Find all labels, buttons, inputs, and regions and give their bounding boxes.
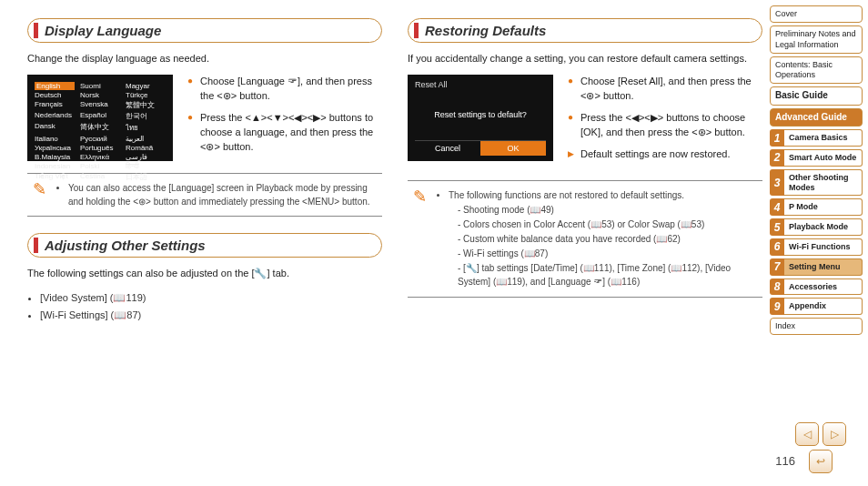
sidebar-label: Camera Basics (784, 129, 863, 147)
restore-instructions: Reset All Reset settings to default? Can… (408, 75, 762, 169)
note-list: You can also access the [Language] scree… (56, 181, 377, 208)
language-option: 简体中文 (80, 122, 120, 134)
sidebar-advanced-guide[interactable]: Advanced Guide (770, 108, 863, 127)
language-option: Română (126, 144, 166, 152)
language-option: Svenska (80, 100, 120, 110)
language-option: Indonesian (35, 162, 75, 171)
sidebar-num: 5 (770, 218, 784, 236)
sidebar-basic-guide[interactable]: Basic Guide (770, 86, 863, 106)
footer-nav: ◁ ▷ ↩ (795, 422, 846, 473)
adjusting-settings-intro: The following settings can also be adjus… (27, 267, 382, 280)
language-option: Deutsch (35, 91, 75, 99)
sidebar-item[interactable]: Cover (770, 5, 863, 23)
sidebar-sub-item[interactable]: 4P Mode (770, 198, 863, 216)
step-result: Default settings are now restored. (568, 147, 762, 162)
page-number: 116 (775, 454, 795, 468)
display-language-intro: Change the display language as needed. (27, 52, 382, 66)
sidebar-label: Setting Menu (784, 258, 863, 276)
sidebar-label: Other Shooting Modes (784, 169, 863, 197)
language-option: Português (80, 144, 120, 152)
note-sub-item: - Custom white balance data you have rec… (458, 232, 757, 246)
step-item: Choose [Language 🖙], and then press the … (187, 75, 382, 104)
language-option: Italiano (35, 135, 75, 143)
pencil-icon: ✎ (413, 188, 427, 289)
language-option: हिन्दी (126, 162, 166, 171)
language-option: العربية (126, 135, 166, 143)
reset-buttons: Cancel OK (415, 140, 546, 156)
note-sub-item: - [🔧] tab settings [Date/Time] (📖111), [… (458, 261, 757, 289)
language-option: English (35, 82, 75, 90)
back-button[interactable]: ↩ (809, 450, 833, 473)
sidebar-sub-item[interactable]: 8Accessories (770, 278, 863, 296)
note-lead: The following functions are not restored… (449, 188, 757, 289)
language-option: Türkçe (126, 91, 166, 99)
sidebar-index[interactable]: Index (770, 318, 863, 335)
note-sub-list: - Shooting mode (📖49)- Colors chosen in … (449, 203, 757, 289)
sidebar-num: 1 (770, 129, 784, 147)
adjust-list: [Video System] (📖119)[Wi-Fi Settings] (📖… (27, 289, 382, 323)
pencil-icon: ✎ (33, 181, 46, 208)
sidebar-sub-item[interactable]: 7Setting Menu (770, 258, 863, 276)
note-list: The following functions are not restored… (436, 188, 757, 289)
language-option: Dansk (35, 122, 75, 134)
sidebar-num: 9 (770, 298, 784, 315)
sidebar-num: 8 (770, 278, 784, 296)
language-option: 繁體中文 (126, 100, 166, 110)
language-option: Español (80, 111, 120, 121)
sidebar-num: 4 (770, 198, 784, 216)
ok-label: OK (480, 141, 546, 156)
sidebar-sub-item[interactable]: 2Smart Auto Mode (770, 149, 863, 167)
language-option: B.Malaysia (35, 153, 75, 161)
sidebar-num: 2 (770, 149, 784, 167)
note-text: You can also access the [Language] scree… (68, 181, 377, 208)
language-option: Українська (35, 144, 75, 152)
section-title: Adjusting Other Settings (45, 238, 370, 253)
sidebar-item[interactable]: Contents: Basic Operations (770, 56, 863, 85)
language-option: Magyar (126, 82, 166, 90)
note-sub-item: - Colors chosen in Color Accent (📖53) or… (458, 218, 757, 231)
adjusting-settings-header: Adjusting Other Settings (27, 233, 382, 258)
step-item: Press the <◀><▶> buttons to choose [OK],… (568, 111, 762, 140)
sidebar-label: Wi-Fi Functions (784, 238, 863, 256)
left-column: Display Language Change the display lang… (27, 18, 382, 477)
next-page-button[interactable]: ▷ (823, 422, 846, 446)
sidebar-label: Playback Mode (784, 218, 863, 236)
sidebar-label: Appendix (784, 298, 863, 315)
reset-title: Reset All (415, 80, 546, 89)
sidebar-sub-item[interactable]: 9Appendix (770, 298, 863, 315)
display-language-instructions: EnglishSuomiMagyarDeutschNorskTürkçeFran… (27, 75, 382, 162)
adjust-item: [Wi-Fi Settings] (📖87) (40, 307, 382, 324)
step-item: Press the <▲><▼><◀><▶> buttons to choose… (187, 111, 382, 155)
prev-page-button[interactable]: ◁ (795, 422, 819, 446)
language-option: Русский (80, 135, 120, 143)
adjust-item: [Video System] (📖119) (40, 289, 382, 307)
right-column: Restoring Defaults If you accidentally c… (408, 18, 762, 477)
language-option: Nederlands (35, 111, 75, 121)
note-lead-text: The following functions are not restored… (449, 190, 684, 200)
language-option: Ελληνικά (80, 153, 120, 161)
section-title: Display Language (45, 23, 370, 38)
sidebar-label: P Mode (784, 198, 863, 216)
sidebar-num: 7 (770, 258, 784, 276)
language-option: Norsk (80, 91, 120, 99)
cancel-label: Cancel (415, 141, 480, 156)
display-language-steps: Choose [Language 🖙], and then press the … (187, 75, 382, 162)
sidebar-sub-item[interactable]: 1Camera Basics (770, 129, 863, 147)
sidebar-label: Accessories (784, 278, 863, 296)
language-option: ไทย (126, 122, 166, 134)
language-option: Français (35, 100, 75, 110)
display-language-header: Display Language (27, 18, 382, 43)
manual-page: Display Language Change the display lang… (0, 0, 868, 486)
reset-message: Reset settings to default? (415, 110, 546, 119)
note-sub-item: - Wi-Fi settings (📖87) (458, 247, 757, 260)
sidebar-sub-item[interactable]: 6Wi-Fi Functions (770, 238, 863, 256)
sidebar-sub-item[interactable]: 3Other Shooting Modes (770, 169, 863, 197)
language-option: Polski (80, 162, 120, 171)
note-sub-item: - Shooting mode (📖49) (458, 203, 757, 217)
sidebar-nav: CoverPreliminary Notes and Legal Informa… (770, 0, 868, 486)
main-content: Display Language Change the display lang… (0, 0, 770, 486)
sidebar-item[interactable]: Preliminary Notes and Legal Information (770, 25, 863, 54)
sidebar-sub-item[interactable]: 5Playback Mode (770, 218, 863, 236)
restoring-defaults-header: Restoring Defaults (408, 18, 762, 43)
language-option: فارسی (126, 153, 166, 161)
